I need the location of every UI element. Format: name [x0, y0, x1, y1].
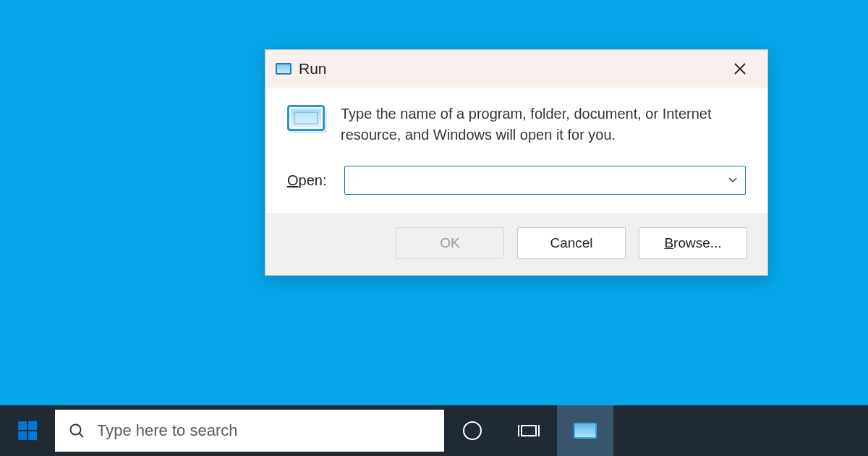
cortana-button[interactable]	[444, 405, 501, 456]
dialog-body: Type the name of a program, folder, docu…	[265, 88, 767, 214]
chevron-down-icon[interactable]	[723, 174, 738, 186]
windows-logo-icon	[18, 421, 37, 440]
cancel-button[interactable]: Cancel	[517, 227, 626, 259]
search-icon	[68, 422, 85, 439]
svg-line-1	[80, 434, 83, 437]
run-dialog: Run Type the name of a program, folder, …	[265, 49, 768, 276]
svg-point-0	[71, 425, 81, 435]
taskbar: Type here to search	[0, 405, 868, 456]
ok-button: OK	[396, 227, 504, 259]
run-icon	[276, 63, 292, 75]
open-label: Open:	[287, 172, 327, 189]
close-button[interactable]	[723, 50, 757, 88]
browse-button[interactable]: Browse...	[639, 227, 747, 259]
dialog-footer: OK Cancel Browse...	[265, 214, 767, 275]
svg-rect-2	[522, 426, 536, 436]
open-combobox[interactable]	[344, 166, 746, 195]
titlebar[interactable]: Run	[265, 50, 767, 88]
close-icon	[733, 62, 746, 75]
taskbar-items	[444, 405, 613, 456]
search-placeholder: Type here to search	[97, 421, 237, 440]
cortana-icon	[463, 421, 482, 440]
taskbar-search[interactable]: Type here to search	[55, 410, 444, 452]
run-taskbar-item[interactable]	[557, 405, 613, 456]
run-icon	[287, 105, 325, 131]
run-icon	[574, 423, 597, 439]
start-button[interactable]	[0, 405, 55, 456]
open-input[interactable]	[354, 173, 724, 188]
window-title: Run	[299, 60, 723, 77]
task-view-button[interactable]	[501, 405, 557, 456]
task-view-icon	[518, 422, 540, 439]
dialog-description: Type the name of a program, folder, docu…	[341, 104, 746, 145]
